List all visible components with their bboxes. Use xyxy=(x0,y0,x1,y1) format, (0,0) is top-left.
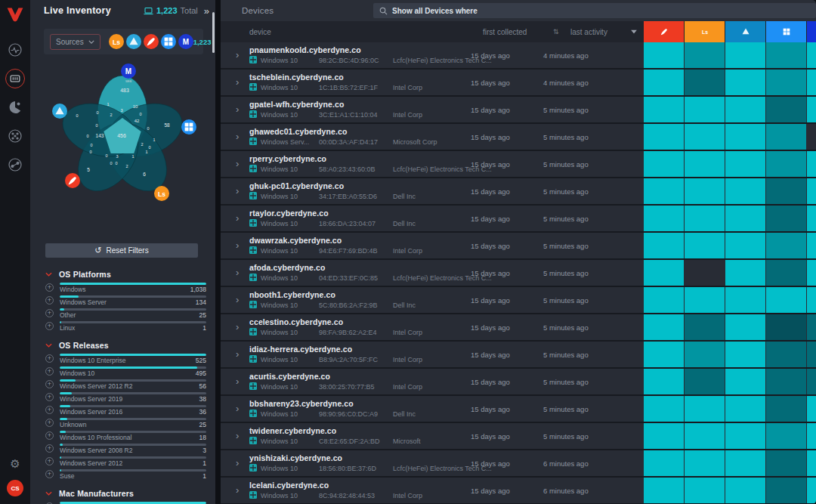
add-filter-icon[interactable]: + xyxy=(45,322,54,330)
sources-venn-chart[interactable]: 48313100200425800143456012000103100256MW… xyxy=(42,59,215,240)
filter-section-header[interactable]: OS Releases xyxy=(45,338,206,352)
device-name[interactable]: pnaumenkoold.cyberdyne.co xyxy=(249,45,361,54)
table-row[interactable]: › twidener.cyberdyne.co Windows 10 C8:E2… xyxy=(221,423,816,449)
row-expand-chevron[interactable]: › xyxy=(236,348,239,360)
device-name[interactable]: acurtis.cyberdyne.co xyxy=(249,372,330,381)
user-avatar[interactable]: CS xyxy=(7,480,23,496)
source-ls-icon[interactable]: Ls xyxy=(109,34,124,49)
filter-item[interactable]: + Windows Server 2012 R2 56 xyxy=(45,378,206,391)
row-expand-chevron[interactable]: › xyxy=(236,185,239,196)
source-rocket-icon[interactable] xyxy=(144,34,159,49)
device-name[interactable]: bbshareny23.cyberdyne.co xyxy=(249,399,354,408)
add-filter-icon[interactable]: + xyxy=(45,283,54,292)
row-expand-chevron[interactable]: › xyxy=(236,158,239,169)
collapse-panel-icon[interactable]: » xyxy=(204,5,209,17)
sort-caret-icon[interactable] xyxy=(631,30,637,34)
row-expand-chevron[interactable]: › xyxy=(236,49,239,60)
filter-item[interactable]: + Linux 1 xyxy=(45,320,206,332)
section-chevron-icon[interactable] xyxy=(45,343,52,348)
filter-item[interactable]: + Windows Server 2012 1 xyxy=(45,455,206,468)
reset-filters-button[interactable]: ↺ Reset Filters xyxy=(45,243,198,258)
table-row[interactable]: › rperry.cyberdyne.co Windows 10 58:A0:2… xyxy=(221,151,816,177)
row-expand-chevron[interactable]: › xyxy=(236,104,239,115)
table-row[interactable]: › nbooth1.cyberdyne.co Windows 10 5C:80:… xyxy=(221,287,816,313)
table-row[interactable]: › pnaumenkoold.cyberdyne.co Windows 10 9… xyxy=(221,42,816,68)
rail-item-connections[interactable] xyxy=(5,126,25,146)
row-expand-chevron[interactable]: › xyxy=(236,267,239,278)
filter-item[interactable]: + Windows 10 Professional 18 xyxy=(45,429,206,442)
device-name[interactable]: ccelestino.cyberdyne.co xyxy=(249,317,343,326)
row-expand-chevron[interactable]: › xyxy=(236,484,239,496)
row-expand-chevron[interactable]: › xyxy=(236,403,239,414)
filter-item[interactable]: + Windows Server 2016 36 xyxy=(45,404,206,416)
table-row[interactable]: › lcelani.cyberdyne.co Windows 10 8C:94:… xyxy=(221,478,816,503)
device-name[interactable]: tscheblein.cyberdyne.co xyxy=(249,73,344,82)
filter-section-header[interactable]: Mac Manufacturers xyxy=(45,486,206,500)
table-row[interactable]: › afoda.cyberdyne.co Windows 10 04:ED:33… xyxy=(221,260,816,286)
add-filter-icon[interactable]: + xyxy=(45,457,54,465)
row-expand-chevron[interactable]: › xyxy=(236,321,239,332)
row-expand-chevron[interactable]: › xyxy=(236,240,239,251)
add-filter-icon[interactable]: + xyxy=(45,406,54,414)
device-name[interactable]: nbooth1.cyberdyne.co xyxy=(249,290,335,299)
add-filter-icon[interactable]: + xyxy=(45,470,54,478)
row-expand-chevron[interactable]: › xyxy=(236,376,239,387)
table-row[interactable]: › idiaz-herrera.cyberdyne.co Windows 10 … xyxy=(221,342,816,367)
filter-item[interactable]: + Windows Server 2008 R2 3 xyxy=(45,442,206,455)
add-filter-icon[interactable]: + xyxy=(45,354,54,363)
table-row[interactable]: › ccelestino.cyberdyne.co Windows 10 98:… xyxy=(221,314,816,340)
rail-item-activity[interactable] xyxy=(5,40,25,60)
rail-item-dashboard[interactable] xyxy=(5,97,25,117)
filter-item[interactable]: + Intel Corp 551 xyxy=(45,500,206,504)
table-row[interactable]: › gpatel-wfh.cyberdyne.co Windows 10 3C:… xyxy=(221,97,816,122)
add-filter-icon[interactable]: + xyxy=(45,444,54,453)
filter-item[interactable]: + Windows Server 2019 38 xyxy=(45,391,206,404)
table-row[interactable]: › acurtis.cyberdyne.co Windows 10 38:00:… xyxy=(221,369,816,394)
rail-item-inventory[interactable] xyxy=(5,69,25,88)
source-webm-icon[interactable]: M xyxy=(178,34,193,49)
section-chevron-icon[interactable] xyxy=(45,491,52,496)
device-name[interactable]: rperry.cyberdyne.co xyxy=(249,154,326,163)
filter-item[interactable]: + Windows Server 134 xyxy=(45,294,206,307)
row-expand-chevron[interactable]: › xyxy=(236,430,239,441)
table-row[interactable]: › rtaylor.cyberdyne.co Windows 10 18:66:… xyxy=(221,206,816,231)
source-triangle-icon[interactable] xyxy=(126,34,141,49)
settings-gear-icon[interactable]: ⚙ xyxy=(10,457,20,471)
adapter-column-ls[interactable]: Ls xyxy=(685,21,725,42)
add-filter-icon[interactable]: + xyxy=(45,367,54,376)
filter-section-header[interactable]: OS Platforms xyxy=(45,267,206,281)
adapter-column-triangle[interactable] xyxy=(725,21,765,42)
filter-item[interactable]: + Windows 10 Enterprise 525 xyxy=(45,352,206,365)
filter-item[interactable]: + Windows 10 495 xyxy=(45,365,206,378)
device-name[interactable]: ynishizaki.cyberdyne.co xyxy=(249,453,342,462)
adapter-column-rocket[interactable] xyxy=(644,21,684,42)
column-last-activity[interactable]: last activity xyxy=(570,28,607,36)
row-expand-chevron[interactable]: › xyxy=(236,294,239,305)
sort-icon[interactable]: ⇅ xyxy=(553,28,559,36)
panel-scrollbar[interactable] xyxy=(212,12,215,53)
add-filter-icon[interactable]: + xyxy=(45,380,54,388)
rail-item-network[interactable] xyxy=(5,155,25,175)
column-first-collected[interactable]: first collected xyxy=(483,28,527,36)
search-input[interactable] xyxy=(392,7,810,15)
device-name[interactable]: ghuk-pc01.cyberdyne.co xyxy=(249,181,344,190)
table-row[interactable]: › ghawedc01.cyberdyne.co Windows Serv...… xyxy=(221,124,816,150)
table-row[interactable]: › tscheblein.cyberdyne.co Windows 10 1C:… xyxy=(221,70,816,95)
device-name[interactable]: idiaz-herrera.cyberdyne.co xyxy=(249,345,352,354)
add-filter-icon[interactable]: + xyxy=(45,296,54,305)
row-expand-chevron[interactable]: › xyxy=(236,457,239,468)
sources-dropdown[interactable]: Sources xyxy=(50,34,100,50)
device-name[interactable]: afoda.cyberdyne.co xyxy=(249,263,325,272)
filter-item[interactable]: + Windows 1,038 xyxy=(45,281,206,294)
device-name[interactable]: lcelani.cyberdyne.co xyxy=(249,481,329,490)
table-row[interactable]: › bbshareny23.cyberdyne.co Windows 10 98… xyxy=(221,396,816,422)
row-expand-chevron[interactable]: › xyxy=(236,131,239,142)
device-name[interactable]: rtaylor.cyberdyne.co xyxy=(249,209,329,218)
add-filter-icon[interactable]: + xyxy=(45,419,54,427)
adapter-column-webm[interactable]: M xyxy=(807,21,816,42)
filter-item[interactable]: + Suse 1 xyxy=(45,468,206,481)
table-row[interactable]: › dwawrzak.cyberdyne.co Windows 10 94:E6… xyxy=(221,233,816,258)
brand-logo-icon[interactable] xyxy=(5,5,25,23)
add-filter-icon[interactable]: + xyxy=(45,393,54,401)
source-windows-icon[interactable] xyxy=(161,34,176,49)
